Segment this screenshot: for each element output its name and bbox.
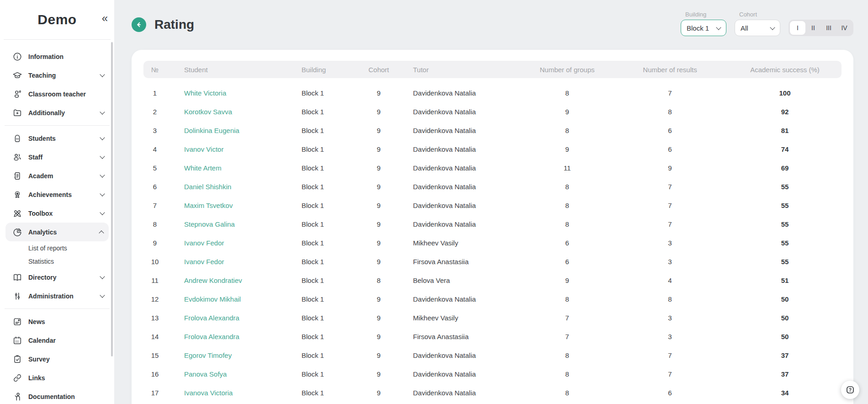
results-cell: 3 xyxy=(612,333,728,340)
num-cell: 12 xyxy=(143,295,166,303)
sidebar-scrollbar[interactable] xyxy=(111,42,113,356)
tutor-cell: Davidenkova Natalia xyxy=(395,183,523,191)
sidebar-item-links[interactable]: Links xyxy=(0,368,114,387)
table-row: 9Ivanov FedorBlock 19Mikheev Vasily6355 xyxy=(143,234,842,252)
student-link[interactable]: Ivanov Fedor xyxy=(166,239,294,247)
student-link[interactable]: Frolova Alexandra xyxy=(166,333,294,340)
cohort-cell: 9 xyxy=(363,220,395,228)
column-header: Cohort xyxy=(363,66,395,74)
sidebar-item-analytics[interactable]: Analytics xyxy=(5,223,109,241)
sidebar-item-calendar[interactable]: Calendar xyxy=(0,331,114,350)
results-cell: 7 xyxy=(612,183,728,191)
sidebar-collapse-button[interactable]: « xyxy=(99,12,111,25)
tutor-cell: Davidenkova Natalia xyxy=(395,127,523,134)
success-cell: 55 xyxy=(728,183,842,191)
sidebar-item-administration[interactable]: Administration xyxy=(0,287,114,305)
tutor-cell: Davidenkova Natalia xyxy=(395,89,523,97)
sidebar-item-students[interactable]: Students xyxy=(0,129,114,148)
column-header: Student xyxy=(166,66,294,74)
student-link[interactable]: White Victoria xyxy=(166,89,294,97)
sidebar-item-information[interactable]: Information xyxy=(0,47,114,66)
page-title: Rating xyxy=(154,17,194,32)
quarter-segment-II[interactable]: II xyxy=(805,21,821,35)
sidebar-item-label: Analytics xyxy=(28,229,94,236)
cohort-cell: 9 xyxy=(363,127,395,134)
chevron-down-icon xyxy=(100,109,105,114)
success-cell: 55 xyxy=(728,239,842,247)
groups-cell: 9 xyxy=(523,108,612,116)
quarter-segment-I[interactable]: I xyxy=(790,21,805,35)
groups-cell: 8 xyxy=(523,127,612,134)
sidebar-item-directory[interactable]: Directory xyxy=(0,268,114,287)
table-row: 14Frolova AlexandraBlock 19Firsova Anast… xyxy=(143,327,842,346)
graduation-cap-icon xyxy=(12,70,22,80)
tutor-cell: Firsova Anastasiia xyxy=(395,333,523,340)
num-cell: 9 xyxy=(143,239,166,247)
sidebar-item-staff[interactable]: Staff xyxy=(0,148,114,166)
student-link[interactable]: Panova Sofya xyxy=(166,370,294,378)
sidebar-item-academ[interactable]: Academ xyxy=(0,166,114,185)
tutor-cell: Davidenkova Natalia xyxy=(395,370,523,378)
sidebar-item-classroom-teacher[interactable]: Classroom teacher xyxy=(0,85,114,103)
num-cell: 3 xyxy=(143,127,166,134)
sidebar-item-toolbox[interactable]: Toolbox xyxy=(0,204,114,223)
sidebar-item-achievements[interactable]: Achievements xyxy=(0,185,114,204)
success-cell: 37 xyxy=(728,370,842,378)
column-header: Academic success (%) xyxy=(728,66,842,74)
sidebar-item-teaching[interactable]: Teaching xyxy=(0,66,114,85)
student-link[interactable]: Korotkov Savva xyxy=(166,108,294,116)
survey-icon xyxy=(12,354,22,364)
cohort-select-value: All xyxy=(741,24,748,32)
student-link[interactable]: Ivanov Fedor xyxy=(166,258,294,266)
sidebar-subitem-list-of-reports[interactable]: List of reports xyxy=(0,241,114,255)
quarter-segment-IV[interactable]: IV xyxy=(836,21,852,35)
results-cell: 6 xyxy=(612,389,728,397)
student-link[interactable]: Frolova Alexandra xyxy=(166,314,294,322)
student-link[interactable]: Ivanov Victor xyxy=(166,145,294,153)
groups-cell: 8 xyxy=(523,389,612,397)
student-link[interactable]: White Artem xyxy=(166,164,294,172)
sidebar-item-label: Teaching xyxy=(28,72,95,79)
calendar-icon xyxy=(12,335,22,346)
arrow-left-icon xyxy=(134,20,143,29)
groups-cell: 8 xyxy=(523,202,612,209)
student-link[interactable]: Dolinkina Eugenia xyxy=(166,127,294,134)
help-button[interactable]: ? xyxy=(841,381,859,399)
building-cell: Block 1 xyxy=(294,389,363,397)
sidebar-item-additionally[interactable]: Additionally xyxy=(0,103,114,122)
student-link[interactable]: Andrew Kondratiev xyxy=(166,276,294,284)
sidebar-item-documentation[interactable]: Documentation xyxy=(0,387,114,404)
back-button[interactable] xyxy=(132,17,146,32)
table-row: 15Egorov TimofeyBlock 19Davidenkova Nata… xyxy=(143,346,842,365)
sidebar-subitem-statistics[interactable]: Statistics xyxy=(0,255,114,268)
table-row: 2Korotkov SavvaBlock 19Davidenkova Natal… xyxy=(143,102,842,121)
cohort-cell: 9 xyxy=(363,370,395,378)
sidebar-item-label: Information xyxy=(28,53,107,60)
tutor-cell: Davidenkova Natalia xyxy=(395,164,523,172)
cohort-cell: 9 xyxy=(363,183,395,191)
cohort-cell: 9 xyxy=(363,202,395,209)
cohort-select[interactable]: All xyxy=(735,20,780,36)
sidebar-item-survey[interactable]: Survey xyxy=(0,350,114,368)
groups-cell: 7 xyxy=(523,314,612,322)
building-select[interactable]: Block 1 xyxy=(681,20,726,36)
building-select-value: Block 1 xyxy=(687,24,709,32)
student-link[interactable]: Ivanova Victoria xyxy=(166,389,294,397)
cohort-filter-label: Cohort xyxy=(739,11,780,18)
student-link[interactable]: Egorov Timofey xyxy=(166,351,294,359)
success-cell: 37 xyxy=(728,351,842,359)
table-row: 13Frolova AlexandraBlock 19Mikheev Vasil… xyxy=(143,308,842,327)
quarter-segment-III[interactable]: III xyxy=(821,21,836,35)
table-row: 12Evdokimov MikhailBlock 19Davidenkova N… xyxy=(143,290,842,308)
groups-cell: 9 xyxy=(523,276,612,284)
sidebar-item-label: Survey xyxy=(28,356,107,363)
sidebar-item-news[interactable]: News xyxy=(0,312,114,331)
success-cell: 55 xyxy=(728,258,842,266)
student-link[interactable]: Daniel Shishkin xyxy=(166,183,294,191)
building-cell: Block 1 xyxy=(294,258,363,266)
success-cell: 74 xyxy=(728,145,842,153)
student-link[interactable]: Evdokimov Mikhail xyxy=(166,295,294,303)
student-link[interactable]: Maxim Tsvetkov xyxy=(166,202,294,209)
groups-cell: 8 xyxy=(523,370,612,378)
student-link[interactable]: Stepnova Galina xyxy=(166,220,294,228)
